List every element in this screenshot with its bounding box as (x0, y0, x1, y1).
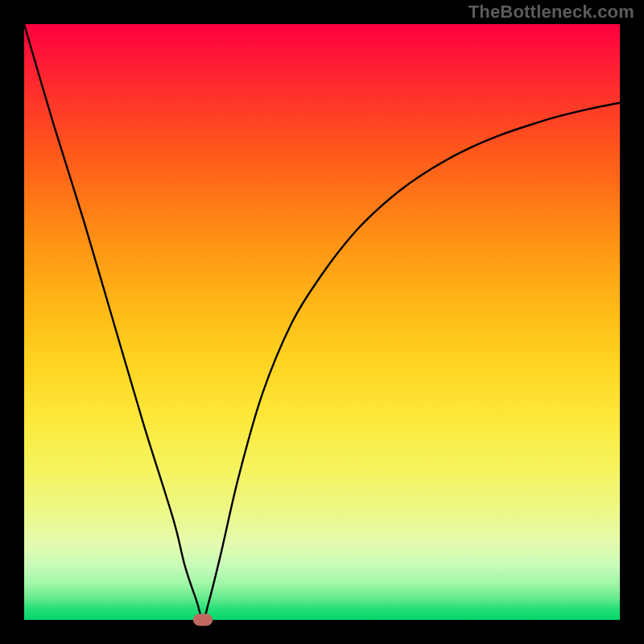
curve-svg (24, 24, 620, 620)
chart-frame: TheBottleneck.com (0, 0, 644, 644)
minimum-marker (193, 614, 213, 626)
plot-area (24, 24, 620, 620)
bottleneck-curve (24, 24, 620, 620)
watermark-label: TheBottleneck.com (469, 2, 634, 23)
